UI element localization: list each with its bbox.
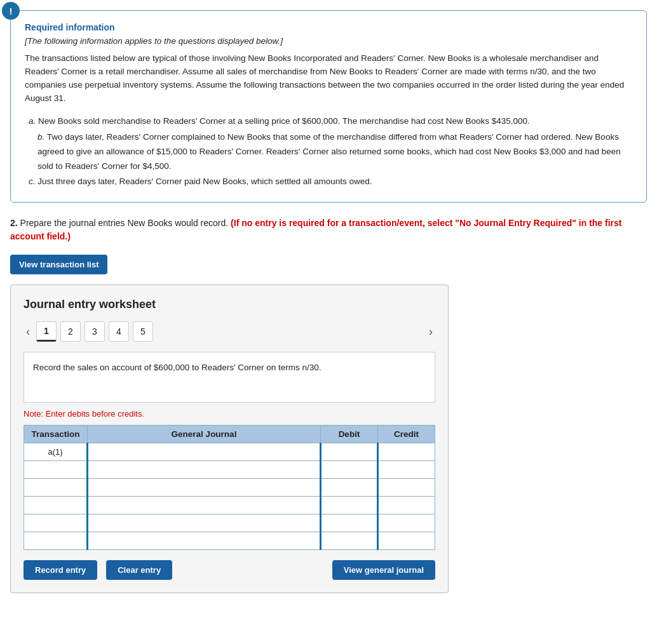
col-header-debit: Debit <box>321 426 378 443</box>
view-general-journal-button[interactable]: View general journal <box>332 560 435 580</box>
col-header-journal: General Journal <box>88 426 321 443</box>
credit-cell-4[interactable] <box>378 497 435 514</box>
debit-cell-4[interactable] <box>321 497 378 514</box>
transaction-label-2 <box>24 461 88 479</box>
debit-input-5[interactable] <box>322 514 377 532</box>
debit-input-4[interactable] <box>322 497 377 514</box>
debit-input-6[interactable] <box>322 532 377 549</box>
view-transaction-list-button[interactable]: View transaction list <box>10 255 107 274</box>
info-list: a. New Books sold merchandise to Readers… <box>25 114 632 190</box>
question-text: Prepare the journal entries New Books wo… <box>20 218 229 228</box>
journal-input-1[interactable] <box>88 443 320 460</box>
credit-input-5[interactable] <box>379 514 435 532</box>
info-title: Required information <box>25 22 632 32</box>
transaction-label-6 <box>24 532 88 550</box>
list-text-a: New Books sold merchandise to Readers' C… <box>38 116 530 126</box>
credit-cell-1[interactable] <box>378 443 435 461</box>
debit-input-3[interactable] <box>322 479 377 496</box>
list-text-b: Two days later, Readers' Corner complain… <box>37 132 621 171</box>
info-box: ! Required information [The following in… <box>10 10 647 203</box>
table-row <box>24 479 435 497</box>
description-text: Record the sales on account of $600,000 … <box>33 363 322 372</box>
journal-input-4[interactable] <box>88 497 320 514</box>
record-entry-button[interactable]: Record entry <box>24 560 97 580</box>
journal-cell-6[interactable] <box>88 532 321 550</box>
debit-cell-6[interactable] <box>321 532 378 550</box>
credit-input-4[interactable] <box>379 497 435 514</box>
journal-input-3[interactable] <box>88 479 320 496</box>
list-label-b: b. <box>37 132 44 142</box>
table-row <box>24 514 435 532</box>
tab-prev-arrow[interactable]: ‹ <box>24 325 32 339</box>
journal-cell-3[interactable] <box>88 479 321 497</box>
list-text-c: Just three days later, Readers' Corner p… <box>37 177 372 186</box>
journal-input-5[interactable] <box>88 514 320 532</box>
list-label-c: c. <box>29 177 36 186</box>
tab-2[interactable]: 2 <box>60 321 81 342</box>
credit-input-6[interactable] <box>379 532 435 549</box>
table-row: a(1) <box>24 443 435 461</box>
journal-cell-4[interactable] <box>88 497 321 514</box>
list-item-c: c. Just three days later, Readers' Corne… <box>29 175 632 189</box>
credit-cell-6[interactable] <box>378 532 435 550</box>
transaction-label-4 <box>24 497 88 514</box>
question-number: 2. <box>10 218 18 228</box>
info-icon: ! <box>2 2 20 20</box>
credit-cell-5[interactable] <box>378 514 435 532</box>
col-header-transaction: Transaction <box>24 426 88 443</box>
credit-input-3[interactable] <box>379 479 435 496</box>
tab-5[interactable]: 5 <box>133 321 153 342</box>
credit-cell-2[interactable] <box>378 461 435 479</box>
credit-cell-3[interactable] <box>378 479 435 497</box>
table-row <box>24 532 435 550</box>
list-label-a: a. <box>29 116 36 126</box>
debit-cell-3[interactable] <box>321 479 378 497</box>
transaction-label-1: a(1) <box>24 443 88 461</box>
journal-input-6[interactable] <box>88 532 320 549</box>
journal-cell-5[interactable] <box>88 514 321 532</box>
list-item-a: a. New Books sold merchandise to Readers… <box>29 114 632 129</box>
journal-input-2[interactable] <box>88 461 320 478</box>
worksheet-title: Journal entry worksheet <box>24 298 435 311</box>
info-body-text: The transactions listed below are typica… <box>25 52 632 105</box>
tab-next-arrow[interactable]: › <box>426 325 435 339</box>
credit-input-1[interactable] <box>379 443 435 460</box>
note-text: Note: Enter debits before credits. <box>24 409 435 419</box>
debit-input-2[interactable] <box>322 461 377 478</box>
tab-3[interactable]: 3 <box>85 321 105 342</box>
journal-table: Transaction General Journal Debit Credit… <box>24 425 435 550</box>
table-row <box>24 497 435 514</box>
debit-cell-1[interactable] <box>321 443 378 461</box>
question-section: 2. Prepare the journal entries New Books… <box>10 217 647 243</box>
description-box: Record the sales on account of $600,000 … <box>24 352 435 403</box>
debit-input-1[interactable] <box>322 443 377 460</box>
tab-navigation: ‹ 1 2 3 4 5 › <box>24 321 435 342</box>
clear-entry-button[interactable]: Clear entry <box>106 560 172 580</box>
tab-4[interactable]: 4 <box>109 321 129 342</box>
info-italic-text: [The following information applies to th… <box>25 36 632 46</box>
table-row <box>24 461 435 479</box>
transaction-label-5 <box>24 514 88 532</box>
col-header-credit: Credit <box>378 426 435 443</box>
bottom-buttons: Record entry Clear entry View general jo… <box>24 560 435 580</box>
tab-1[interactable]: 1 <box>36 321 57 342</box>
list-item-b: b. Two days later, Readers' Corner compl… <box>37 130 632 174</box>
worksheet-container: Journal entry worksheet ‹ 1 2 3 4 5 › Re… <box>10 285 449 593</box>
debit-cell-5[interactable] <box>321 514 378 532</box>
credit-input-2[interactable] <box>379 461 435 478</box>
journal-cell-2[interactable] <box>88 461 321 479</box>
transaction-label-3 <box>24 479 88 497</box>
journal-cell-1[interactable] <box>88 443 321 461</box>
debit-cell-2[interactable] <box>321 461 378 479</box>
